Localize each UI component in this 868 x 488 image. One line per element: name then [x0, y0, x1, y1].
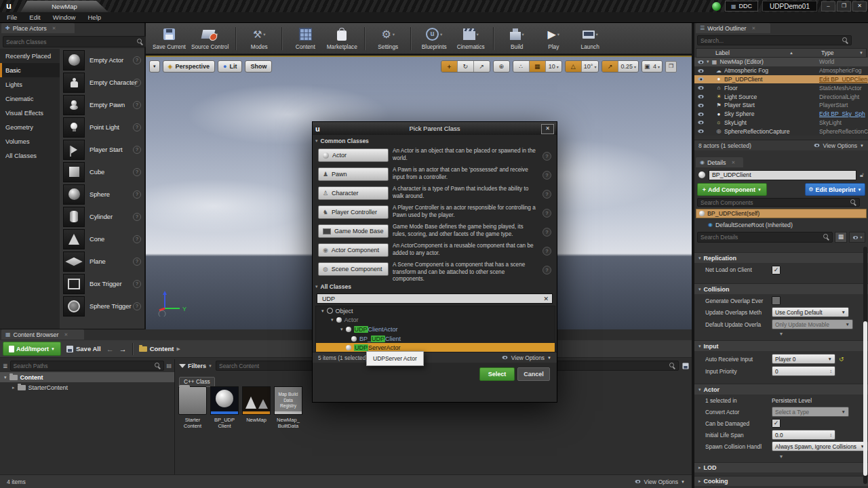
auto-receive-dropdown[interactable]: Player 0▼	[772, 354, 835, 364]
outliner-search-input[interactable]	[697, 35, 852, 45]
outliner-row[interactable]: ●Sky SphereEdit BP_Sky_Sph	[694, 110, 868, 119]
save-all-button[interactable]: Save All	[66, 345, 101, 352]
visibility-eye-icon[interactable]	[698, 129, 703, 133]
settings-button[interactable]: ⚙▾Settings	[372, 27, 403, 50]
viewport-options-button[interactable]: ▾	[149, 60, 160, 73]
outliner-row[interactable]: ⌂FloorStaticMeshActor	[694, 83, 868, 92]
expand-icon[interactable]: ▾	[4, 375, 7, 380]
asset-starter-content[interactable]: StarterContent	[178, 386, 208, 430]
lock-icon[interactable]: 🔓︎	[860, 171, 864, 179]
scrollbar-thumb[interactable]	[863, 321, 867, 476]
collapsed-icon[interactable]: ▸	[12, 385, 15, 390]
cancel-button[interactable]: Cancel	[517, 367, 550, 381]
visibility-eye-icon[interactable]	[698, 60, 703, 64]
details-tab[interactable]: ◉ Details✕	[696, 157, 743, 167]
search-components-input[interactable]	[697, 198, 860, 207]
tree-item-content[interactable]: ▾Content	[0, 372, 174, 382]
lit-mode-button[interactable]: ●Lit	[218, 60, 242, 73]
place-item-empty-character[interactable]: Empty Character?	[60, 71, 144, 94]
sources-toggle-icon[interactable]: ≣	[3, 363, 8, 369]
play-button[interactable]: ▶▾Play	[538, 27, 569, 50]
section-replication[interactable]: ▾Replication	[694, 252, 868, 263]
asset-bp-udp-client[interactable]: BP_UDPClient	[210, 386, 239, 430]
expand-more-icon[interactable]: ▼	[694, 331, 868, 337]
category-geometry[interactable]: Geometry	[0, 120, 60, 134]
dialog-titlebar[interactable]: u Pick Parent Class	[313, 122, 557, 135]
place-item-sphere[interactable]: Sphere?	[60, 183, 144, 205]
minimize-button[interactable]: –	[821, 1, 835, 12]
initial-life-span-field[interactable]: 0.0↕	[772, 430, 835, 440]
place-item-point-light[interactable]: Point Light?	[60, 116, 144, 138]
close-icon[interactable]: ✕	[52, 26, 56, 31]
input-priority-field[interactable]: 0↕	[772, 366, 835, 376]
launch-button[interactable]: ▾Launch	[574, 27, 606, 50]
outliner-row[interactable]: ⚑Player StartPlayerStart	[694, 101, 868, 110]
visibility-eye-icon[interactable]	[698, 77, 703, 81]
help-icon[interactable]: ?	[542, 247, 551, 256]
close-icon[interactable]: ✕	[732, 160, 736, 165]
help-icon[interactable]: ?	[542, 228, 551, 237]
ddc-button[interactable]: ▦DDC	[725, 1, 758, 12]
place-actors-tab[interactable]: ✚ Place Actors ✕	[1, 23, 75, 33]
game-mode-base-class-button[interactable]: Game Mode Base	[318, 224, 389, 238]
help-icon[interactable]: ?	[542, 266, 551, 274]
help-icon[interactable]: ?	[542, 171, 551, 180]
visibility-eye-icon[interactable]	[698, 95, 703, 98]
place-item-plane[interactable]: Plane?	[60, 250, 144, 272]
surface-snap-button[interactable]: ∴	[513, 61, 530, 72]
restore-button[interactable]: ❐	[837, 1, 851, 12]
menu-window[interactable]: Window	[53, 14, 76, 21]
grid-snap-value[interactable]: 10▾	[546, 61, 561, 72]
place-item-box-trigger[interactable]: Box Trigger?	[60, 272, 144, 295]
expand-icon[interactable]: ▾	[707, 59, 709, 64]
tree-row-actor[interactable]: ▾Actor	[316, 316, 555, 325]
section-actor[interactable]: ▾Actor	[694, 384, 868, 394]
translate-tool-button[interactable]: ＋	[441, 61, 458, 72]
world-local-toggle[interactable]: ⊕	[494, 61, 509, 72]
scale-snap-toggle[interactable]: ↗	[602, 61, 618, 72]
help-icon[interactable]: ?	[542, 190, 551, 199]
section-input[interactable]: ▾Input	[694, 340, 868, 351]
scale-snap-value[interactable]: 0.25▾	[618, 61, 638, 72]
column-type[interactable]: Type	[821, 49, 834, 56]
content-browser-tab[interactable]: ▦ Content Browser✕	[1, 329, 84, 340]
component-sceneroot-row[interactable]: ◉ DefaultSceneRoot (Inherited)	[694, 220, 868, 230]
category-cinematic[interactable]: Cinematic	[0, 92, 60, 106]
dialog-view-options[interactable]: View Options▼	[501, 354, 551, 361]
category-visual-effects[interactable]: Visual Effects	[0, 106, 60, 120]
help-icon[interactable]: ?	[542, 209, 551, 218]
cinematics-button[interactable]: ▾Cinematics	[455, 27, 486, 50]
marketplace-button[interactable]: Marketplace	[326, 27, 357, 50]
path-breadcrumb[interactable]: Content▶	[139, 345, 180, 352]
dialog-close-button[interactable]: ✕	[541, 124, 554, 134]
class-search-input[interactable]: ✕	[317, 293, 553, 304]
add-component-button[interactable]: +Add Component▼	[697, 183, 767, 196]
grid-snap-toggle[interactable]: ▦	[530, 61, 546, 72]
rotation-snap-value[interactable]: 10°▾	[582, 61, 599, 72]
save-current-button[interactable]: Save Current	[153, 27, 186, 50]
place-item-player-start[interactable]: Player Start?	[60, 138, 144, 161]
column-label[interactable]: Label	[696, 49, 730, 56]
asset-newmap[interactable]: NewMap	[241, 386, 271, 423]
category-recently-placed[interactable]: Recently Placed	[0, 49, 60, 63]
place-item-empty-pawn[interactable]: Empty Pawn?	[60, 94, 144, 116]
filters-button[interactable]: Filters▼	[179, 363, 212, 369]
world-outliner-tab[interactable]: ☰ World Outliner✕	[696, 23, 770, 33]
close-icon[interactable]: ✕	[64, 332, 68, 338]
forward-arrow-icon[interactable]: →	[119, 345, 127, 353]
blueprints-button[interactable]: u▾Blueprints	[418, 27, 450, 50]
help-icon[interactable]: ?	[542, 152, 551, 161]
net-load-checkbox[interactable]: ✓	[772, 266, 781, 274]
edit-blueprint-button[interactable]: ⚙Edit Blueprint▼	[805, 183, 865, 196]
build-button[interactable]: ▾Build	[501, 27, 532, 50]
modes-button[interactable]: ⚒▾Modes	[243, 27, 275, 50]
generate-overlap-checkbox[interactable]	[772, 296, 781, 305]
category-basic[interactable]: Basic	[0, 63, 60, 77]
search-details-field[interactable]	[701, 234, 816, 241]
place-item-empty-actor[interactable]: Empty Actor?	[60, 49, 144, 71]
show-button[interactable]: Show	[245, 60, 272, 73]
scale-tool-button[interactable]: ↗	[474, 61, 490, 72]
place-item-cone[interactable]: Cone?	[60, 228, 144, 250]
visibility-eye-icon[interactable]	[698, 69, 703, 73]
actor-component-class-button[interactable]: ◉Actor Component	[318, 243, 389, 257]
